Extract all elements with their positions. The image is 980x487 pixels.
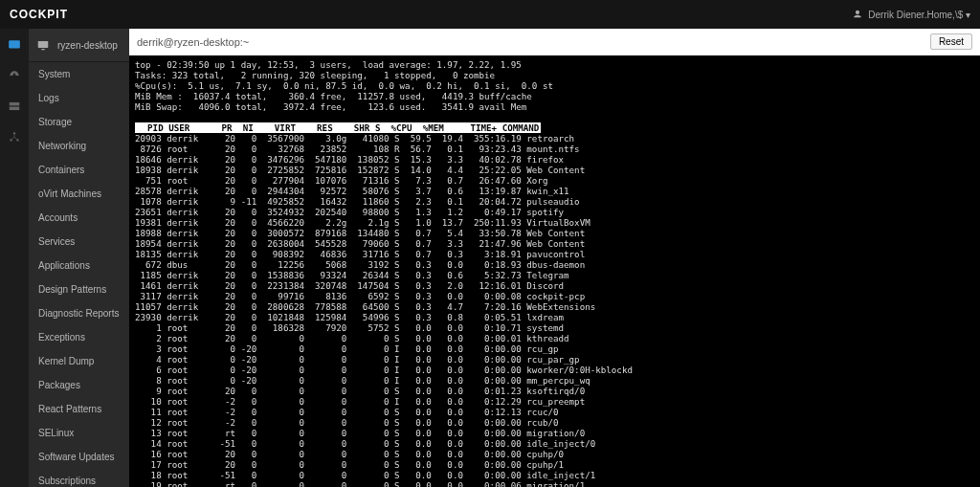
- svg-rect-6: [38, 41, 49, 48]
- sidebar-item-applications[interactable]: Applications: [29, 254, 129, 277]
- sidebar-item-networking[interactable]: Networking: [29, 134, 129, 158]
- dashboard-icon[interactable]: [7, 38, 22, 52]
- sidebar-item-logs[interactable]: Logs: [29, 86, 129, 110]
- sidebar-item-diagnostic-reports[interactable]: Diagnostic Reports: [29, 301, 129, 325]
- terminal-title: derrik@ryzen-desktop:~: [137, 36, 249, 48]
- brand-logo: COCKPIT: [10, 8, 68, 21]
- sidebar-item-system[interactable]: System: [29, 62, 129, 86]
- user-label: Derrik Diener.Home,\$ ▾: [868, 10, 970, 20]
- sidebar-item-react-patterns[interactable]: React Patterns: [29, 397, 129, 421]
- sidebar-item-storage[interactable]: Storage: [29, 110, 129, 134]
- sidebar-item-exceptions[interactable]: Exceptions: [29, 325, 129, 349]
- sidebar-item-design-patterns[interactable]: Design Patterns: [29, 277, 129, 301]
- sidebar-item-kernel-dump[interactable]: Kernel Dump: [29, 349, 129, 373]
- sidebar-item-ovirt-machines[interactable]: oVirt Machines: [29, 182, 129, 206]
- sidebar-item-selinux[interactable]: SELinux: [29, 421, 129, 445]
- terminal-header: derrik@ryzen-desktop:~ Reset: [129, 29, 980, 55]
- sidebar-item-accounts[interactable]: Accounts: [29, 206, 129, 230]
- svg-point-3: [13, 132, 15, 134]
- header-bar: COCKPIT Derrik Diener.Home,\$ ▾: [0, 0, 980, 29]
- sidebar-item-software-updates[interactable]: Software Updates: [29, 445, 129, 469]
- svg-rect-7: [41, 49, 45, 50]
- sidebar: ryzen-desktop SystemLogsStorageNetworkin…: [29, 29, 129, 487]
- network-icon[interactable]: [7, 130, 22, 144]
- host-icon: [36, 38, 50, 52]
- sidebar-item-containers[interactable]: Containers: [29, 158, 129, 182]
- content-area: derrik@ryzen-desktop:~ Reset top - 02:39…: [129, 29, 980, 487]
- host-selector[interactable]: ryzen-desktop: [29, 29, 129, 62]
- reset-button[interactable]: Reset: [930, 33, 972, 50]
- sidebar-item-packages[interactable]: Packages: [29, 373, 129, 397]
- user-menu[interactable]: Derrik Diener.Home,\$ ▾: [853, 10, 970, 20]
- svg-rect-2: [10, 107, 20, 111]
- sidebar-item-subscriptions[interactable]: Subscriptions: [29, 469, 129, 487]
- terminal-output[interactable]: top - 02:39:50 up 1 day, 12:53, 3 users,…: [129, 55, 980, 487]
- svg-rect-0: [9, 40, 20, 48]
- svg-rect-1: [10, 102, 20, 106]
- sidebar-item-services[interactable]: Services: [29, 230, 129, 254]
- host-label: ryzen-desktop: [57, 40, 118, 51]
- server-icon[interactable]: [7, 100, 22, 113]
- gauge-icon[interactable]: [7, 69, 22, 82]
- icon-rail: [0, 29, 29, 487]
- user-icon: [853, 10, 862, 19]
